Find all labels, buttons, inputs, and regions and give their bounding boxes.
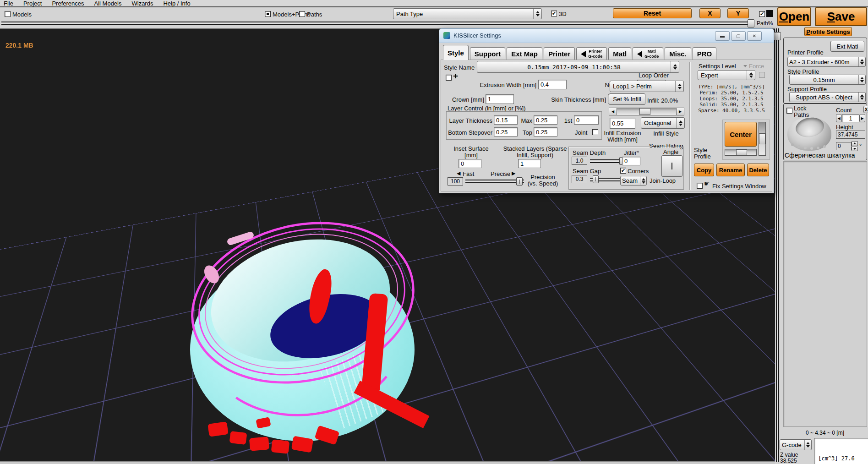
style-profile-label: Style Profile	[787, 68, 819, 75]
precision-slider-track[interactable]	[465, 180, 524, 183]
stacked-layers-field[interactable]: 1	[518, 159, 541, 168]
ext-matl-button[interactable]: Ext Matl	[830, 41, 864, 52]
angle-widget[interactable]	[661, 155, 682, 177]
spin-down-icon[interactable]	[852, 147, 858, 152]
menu-preferences[interactable]: Preferences	[51, 0, 85, 7]
tab-printer[interactable]: Printer	[544, 47, 575, 60]
copy-button[interactable]: Copy	[694, 164, 714, 176]
y-axis-button[interactable]: Y	[727, 8, 749, 18]
infill-extrusion-field[interactable]: 0.55	[610, 118, 635, 129]
profile-settings-button[interactable]: Profile Settings	[804, 27, 852, 36]
path-color-swatch[interactable]	[766, 10, 773, 17]
model-close-button[interactable]: X	[863, 106, 868, 113]
center-button[interactable]: Center	[725, 122, 757, 147]
menu-help-info[interactable]: Help / Info	[162, 0, 191, 7]
menu-wizards[interactable]: Wizards	[131, 0, 154, 7]
menu-project[interactable]: Project	[22, 0, 43, 7]
models-list-area[interactable]	[783, 161, 867, 427]
open-button[interactable]: Open	[777, 7, 811, 26]
center-h-thumb[interactable]	[736, 149, 747, 155]
count-field[interactable]: 1	[842, 114, 859, 122]
tab-matl[interactable]: Matl	[608, 47, 631, 60]
save-button[interactable]: Save	[815, 7, 867, 26]
tab-misc[interactable]: Misc.	[665, 47, 691, 60]
models-label: Models	[12, 11, 32, 18]
count-decrement-button[interactable]: ◀	[836, 114, 842, 122]
jitter-field[interactable]: 0	[622, 157, 640, 165]
minimize-button[interactable]: ▬	[715, 31, 730, 41]
path-color-checkbox[interactable]	[759, 11, 765, 17]
center-v-thumb[interactable]	[759, 133, 765, 144]
crown-field[interactable]: 1	[486, 94, 514, 104]
menu-file[interactable]: File	[3, 0, 14, 7]
slider-right-arrow-icon[interactable]: ▶	[676, 108, 684, 115]
spin-up-icon[interactable]	[852, 141, 858, 146]
x-axis-button[interactable]: X	[699, 8, 721, 18]
tab-style[interactable]: Style	[443, 45, 469, 60]
add-style-icon[interactable]: +	[453, 71, 458, 81]
tab-ext-map[interactable]: Ext Map	[507, 47, 542, 60]
bottom-stepover-field[interactable]: 0.25	[494, 127, 518, 136]
3d-checkbox[interactable]	[551, 11, 557, 16]
models-paths-radio[interactable]	[265, 11, 271, 17]
thumb-knobs	[791, 143, 794, 146]
seam-gap-slider-thumb[interactable]	[593, 175, 599, 183]
vertical-slider-track[interactable]	[776, 28, 779, 462]
join-loop-dropdown[interactable]: Seam	[620, 176, 647, 186]
tab-matl-gcode[interactable]: MatlG-code	[633, 47, 663, 60]
infill-slider[interactable]: ◀ ▶	[609, 108, 684, 115]
first-field[interactable]: 0	[574, 115, 599, 125]
menu-all-models[interactable]: All Models	[93, 0, 123, 7]
loop-order-dropdown[interactable]: Loop1 > Perim	[610, 81, 684, 92]
support-structure	[291, 436, 314, 453]
close-button[interactable]: ✕	[747, 31, 762, 41]
count-increment-button[interactable]: ▶	[859, 114, 865, 122]
tab-pro[interactable]: PRO	[693, 47, 717, 60]
delete-button[interactable]: Delete	[747, 164, 769, 176]
settings-level-dropdown[interactable]: Expert	[698, 70, 755, 80]
rotation-field[interactable]: 0	[836, 142, 852, 150]
paths-checkbox[interactable]	[299, 11, 305, 17]
center-h-scrollbar[interactable]	[725, 149, 757, 156]
fix-settings-checkbox[interactable]	[697, 183, 703, 189]
precision-slider-thumb[interactable]	[516, 177, 523, 186]
settings-level-label: Settings Level	[699, 63, 736, 70]
new-style-checkbox[interactable]	[446, 75, 452, 81]
printer-profile-dropdown[interactable]: A2 - 3 Extruder - 600m	[787, 57, 866, 67]
model-close-label: X	[865, 107, 868, 112]
vertical-slider-thumb[interactable]	[773, 32, 781, 40]
extrusion-width-field[interactable]: 0.4	[538, 80, 567, 89]
gcode-dropdown[interactable]: G-code	[780, 439, 812, 450]
center-v-scrollbar[interactable]	[759, 122, 766, 156]
rename-button[interactable]: Rename	[716, 164, 745, 176]
models-checkbox[interactable]	[5, 11, 11, 17]
infill-style-dropdown[interactable]: Octagonal	[641, 117, 685, 129]
updown-icon	[676, 118, 684, 128]
style-name-dropdown[interactable]: 0.15mm 2017-09-09 11:00:38	[477, 61, 679, 73]
infill-slider-thumb[interactable]	[639, 108, 650, 115]
rotation-spinner[interactable]	[852, 141, 858, 151]
corners-checkbox[interactable]	[620, 168, 626, 174]
tab-support[interactable]: Support	[470, 47, 506, 60]
path-percent-label: Path%	[757, 20, 773, 27]
support-profile-dropdown[interactable]: Support ABS - Object	[789, 92, 866, 102]
updown-icon	[533, 9, 541, 19]
style-profile-dropdown[interactable]: 0.15mm	[789, 75, 866, 85]
path-type-value: Path Type	[393, 9, 533, 19]
inset-surface-field[interactable]: 0	[459, 159, 481, 168]
restore-button[interactable]: ▢	[731, 31, 746, 41]
field-value: 0	[624, 158, 628, 164]
layer-thickness-field[interactable]: 0.15	[494, 115, 518, 125]
path-percent-slider-track[interactable]	[1, 22, 748, 25]
top-field[interactable]: 0.25	[534, 127, 557, 136]
reset-button[interactable]: Reset	[613, 8, 692, 18]
slider-left-arrow-icon[interactable]: ◀	[609, 108, 617, 115]
set-infill-button[interactable]: Set % Infill	[609, 93, 645, 105]
dialog-titlebar[interactable]: KISSlicer Settings ▬ ▢ ✕	[439, 29, 774, 43]
path-percent-slider-thumb[interactable]	[748, 19, 754, 27]
tab-printer-gcode[interactable]: PrinterG-code	[576, 47, 607, 60]
loop-order-value: Loop1 > Perim	[610, 81, 675, 92]
model-thumbnail[interactable]	[786, 113, 835, 152]
max-field[interactable]: 0.25	[534, 115, 557, 125]
path-type-dropdown[interactable]: Path Type	[393, 8, 542, 19]
